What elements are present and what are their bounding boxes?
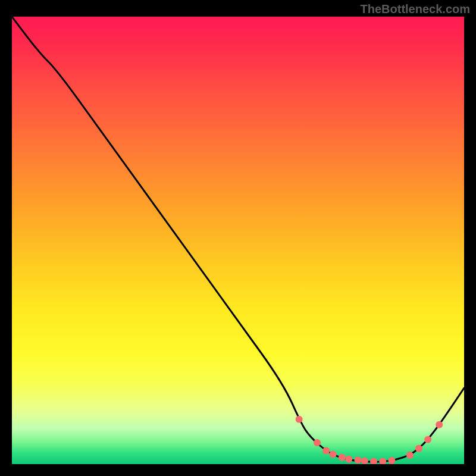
- marker-dot: [415, 445, 422, 452]
- plot-area: [12, 17, 464, 464]
- marker-dot: [406, 452, 414, 459]
- marker-dot: [314, 439, 321, 446]
- marker-dot: [436, 421, 443, 428]
- marker-dot: [424, 436, 431, 443]
- gradient-background: [12, 17, 464, 464]
- marker-dot: [339, 454, 346, 461]
- marker-dot: [388, 457, 395, 464]
- chart-svg: [12, 17, 464, 464]
- chart-container: TheBottleneck.com: [0, 0, 476, 476]
- marker-dot: [322, 447, 330, 454]
- marker-dot: [296, 416, 303, 423]
- watermark-text: TheBottleneck.com: [361, 2, 470, 16]
- marker-dot: [330, 450, 337, 458]
- marker-dot: [345, 456, 352, 463]
- marker-dot: [354, 456, 361, 464]
